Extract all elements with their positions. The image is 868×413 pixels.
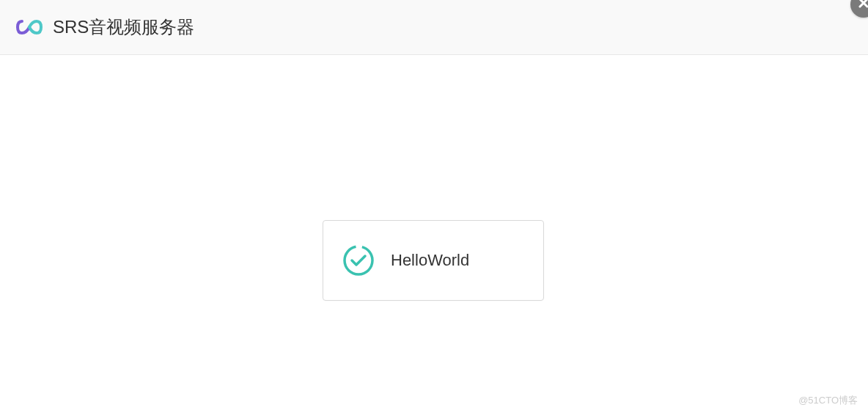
header-bar: SRS音视频服务器: [0, 0, 868, 55]
main-content: HelloWorld: [0, 55, 868, 413]
success-check-icon: [342, 244, 375, 277]
close-icon: [857, 0, 868, 12]
app-logo-icon: [16, 18, 43, 36]
success-modal: HelloWorld: [323, 220, 544, 301]
svg-point-0: [345, 246, 372, 274]
modal-message: HelloWorld: [391, 251, 469, 270]
watermark-text: @51CTO博客: [798, 394, 858, 407]
app-title: SRS音视频服务器: [53, 15, 194, 39]
